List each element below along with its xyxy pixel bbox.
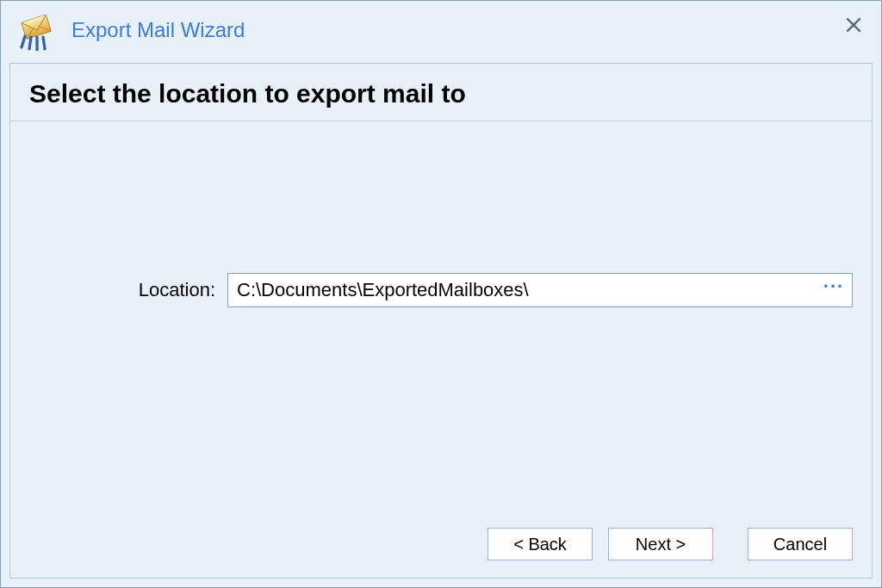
location-label: Location: [29,279,227,301]
titlebar: Export Mail Wizard [1,1,881,59]
svg-line-4 [43,37,45,49]
wizard-window: Export Mail Wizard Select the location t… [0,0,882,588]
back-button[interactable]: < Back [488,528,593,560]
wizard-button-row: < Back Next > Cancel [10,512,872,578]
wizard-content: Select the location to export mail to Lo… [9,63,873,579]
location-input[interactable] [227,273,853,307]
browse-button[interactable]: ··· [816,274,852,306]
svg-line-1 [22,36,25,47]
next-button[interactable]: Next > [608,528,713,560]
window-title: Export Mail Wizard [71,18,245,42]
location-field-row: Location: ··· [29,273,853,307]
cancel-button[interactable]: Cancel [748,528,853,560]
heading-row: Select the location to export mail to [10,64,872,121]
page-heading: Select the location to export mail to [29,79,853,108]
body-area: Location: ··· [10,121,872,512]
location-input-wrap: ··· [227,273,853,307]
svg-line-2 [29,37,31,49]
app-mail-icon [16,9,58,51]
close-button[interactable] [842,13,866,37]
ellipsis-icon: ··· [823,277,844,296]
